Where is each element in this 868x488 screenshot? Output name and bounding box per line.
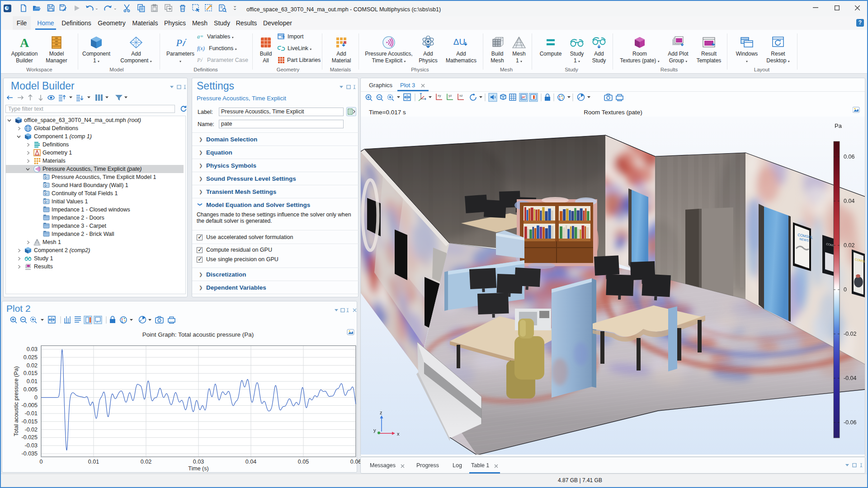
svg-text:0.03: 0.03 [27, 346, 38, 352]
svg-text:xz: xz [459, 94, 463, 98]
svg-text:Point Graph: Total acoustic pr: Point Graph: Total acoustic pressure (Pa… [142, 331, 254, 338]
svg-text:0.025: 0.025 [24, 354, 38, 361]
svg-text:0.01: 0.01 [27, 378, 38, 385]
svg-text:-0.01: -0.01 [25, 410, 38, 417]
svg-text:-0.02: -0.02 [844, 331, 857, 337]
svg-text:-0.015: -0.015 [22, 418, 38, 425]
svg-text:P𝑖: P𝑖 [197, 57, 203, 63]
svg-text:z: z [380, 410, 382, 415]
svg-text:Total acoustic pressure (Pa): Total acoustic pressure (Pa) [13, 366, 19, 436]
svg-text:xy: xy [438, 94, 441, 98]
svg-text:0.06: 0.06 [350, 459, 361, 465]
svg-text:P𝑖: P𝑖 [175, 37, 186, 48]
svg-text:0: 0 [844, 286, 847, 293]
svg-text:-0.02: -0.02 [25, 427, 38, 433]
svg-text:0.02: 0.02 [844, 242, 854, 249]
svg-text:0.015: 0.015 [24, 370, 38, 376]
svg-text:a=: a= [197, 33, 203, 40]
svg-text:0.005: 0.005 [24, 386, 38, 393]
svg-text:-0.035: -0.035 [22, 450, 38, 457]
svg-text:0.06: 0.06 [844, 154, 854, 160]
svg-text:-0.06: -0.06 [844, 419, 857, 426]
svg-text:0.03: 0.03 [193, 459, 204, 465]
svg-text:Time (s): Time (s) [188, 465, 208, 472]
svg-text:0.02: 0.02 [141, 459, 151, 465]
svg-text:0: 0 [40, 459, 43, 465]
svg-text:A: A [20, 36, 29, 49]
svg-text:ΔU: ΔU [453, 37, 465, 47]
svg-text:0: 0 [34, 394, 38, 401]
svg-text:yz: yz [448, 94, 452, 98]
svg-text:x: x [397, 431, 400, 436]
svg-text:-0.025: -0.025 [22, 434, 38, 441]
svg-text:Pa: Pa [835, 122, 842, 129]
svg-text:-0.03: -0.03 [25, 442, 38, 449]
svg-text:0.01: 0.01 [88, 459, 99, 465]
svg-text:-0.04: -0.04 [844, 375, 857, 381]
svg-text:0.02: 0.02 [27, 362, 38, 369]
svg-text:y: y [373, 427, 376, 433]
svg-text:f(x): f(x) [197, 45, 205, 52]
svg-text:0.04: 0.04 [844, 198, 854, 204]
svg-text:0.05: 0.05 [298, 459, 309, 465]
svg-text:-0.005: -0.005 [22, 402, 38, 408]
svg-text:0.04: 0.04 [245, 459, 256, 465]
